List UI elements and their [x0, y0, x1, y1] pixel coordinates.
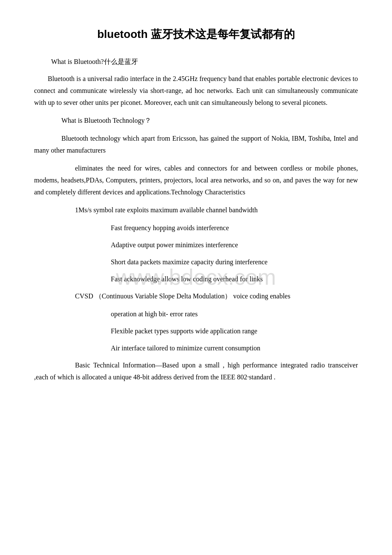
para1: Bluetooth is a universal radio interface… — [34, 73, 358, 109]
para4: 1Ms/s symbol rate exploits maximum avail… — [34, 204, 358, 216]
bullet7: Air interface tailored to minimize curre… — [111, 342, 358, 354]
bullet1: Fast frequency hopping avoids interferen… — [111, 222, 358, 234]
para6: Basic Technical Information—Based upon a… — [34, 359, 358, 383]
para5: CVSD （Continuous Variable Slope Delta Mo… — [34, 290, 358, 302]
bullet4: Fast acknowledge allows low coding overh… — [111, 273, 358, 285]
bullet3: Short data packets maximize capacity dur… — [111, 256, 358, 268]
para3: eliminates the need for wires, cables an… — [34, 162, 358, 198]
para2: Bluetooth technology which apart from Er… — [34, 133, 358, 156]
heading2: What is Bluetooth Technology？ — [34, 115, 358, 127]
heading1: What is Bluetooth?什么是蓝牙 — [51, 56, 358, 67]
page-title: bluetooth 蓝牙技术这是每年复试都有的 — [34, 26, 358, 43]
bullet2: Adaptive output power minimizes interfer… — [111, 239, 358, 251]
content-area: What is Bluetooth?什么是蓝牙Bluetooth is a un… — [34, 56, 358, 384]
bullet6: Flexible packet types supports wide appl… — [111, 325, 358, 337]
bullet5: operation at high bit- error rates — [111, 308, 358, 320]
